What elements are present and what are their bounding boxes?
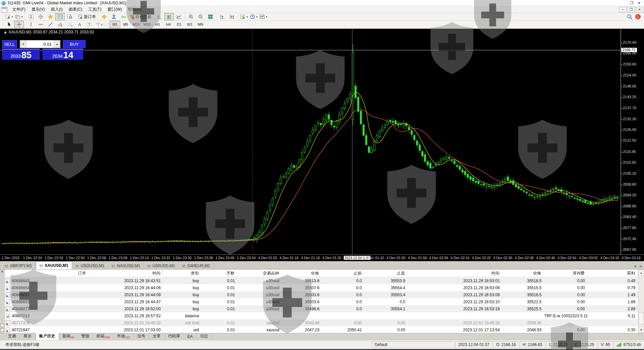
terminal-strip-icon[interactable] xyxy=(0,324,4,327)
timeframe-button[interactable]: M5 xyxy=(120,21,131,28)
table-header-cell[interactable]: 订单 xyxy=(5,271,89,276)
chart-tab[interactable]: D40EUR,M1 xyxy=(179,262,213,269)
strategy-tester-button[interactable] xyxy=(65,13,74,20)
equidistant-channel-tool-button[interactable]: E xyxy=(55,21,65,28)
menu-item[interactable]: 图表(C) xyxy=(66,6,86,13)
autotrading-button[interactable]: 自动交易 xyxy=(128,13,152,20)
table-header-cell[interactable]: 获利 xyxy=(588,271,638,276)
new-order-button[interactable]: 新订单 xyxy=(77,13,97,20)
text-tool-button[interactable]: A xyxy=(74,21,84,28)
minimize-chart-icon[interactable]: ─ xyxy=(619,7,627,12)
market-watch-button[interactable] xyxy=(26,13,36,20)
table-header-cell[interactable]: 止盈 xyxy=(364,271,408,276)
timeframe-button[interactable]: M30 xyxy=(142,21,152,28)
table-row[interactable]: 40717376 2023.12.01 13:45:32 sell limit … xyxy=(5,319,638,326)
table-header-cell[interactable]: 类型 xyxy=(163,271,202,276)
horizontal-line-tool-button[interactable] xyxy=(36,21,45,28)
price-axis[interactable]: 2170.402165.002159.602154.052148.652143.… xyxy=(621,29,644,254)
time-axis[interactable]: 1 Dec 20231 Dec 22:341 Dec 22:421 Dec 22… xyxy=(0,254,644,261)
restore-chart-icon[interactable]: ❐ xyxy=(627,7,635,12)
terminal-tab[interactable]: 新闻 35 xyxy=(59,333,78,340)
tab-scroll-right-icon[interactable]: ▶ xyxy=(638,263,644,269)
chart-tab[interactable]: XAUUSD,M1 xyxy=(36,261,72,269)
table-row[interactable]: 40687013 2023.11.29 16:57:52 balance TRF… xyxy=(5,312,638,319)
chart-tab[interactable]: GBPJPY,M1 xyxy=(1,262,36,269)
table-header-cell[interactable]: 时间 xyxy=(408,271,502,276)
table-header-cell[interactable]: 交易品种 xyxy=(237,271,282,276)
chart-area[interactable]: ▲ XAUUSD,M1 2033.97 2034.21 2033.71 2033… xyxy=(0,28,644,261)
search-icon[interactable] xyxy=(627,14,633,20)
terminal-tab[interactable]: 信号 xyxy=(134,333,149,340)
terminal-tab[interactable]: 邮箱 256 xyxy=(93,333,114,340)
toolbar-grip[interactable] xyxy=(2,22,3,27)
tile-windows-button[interactable] xyxy=(205,13,215,20)
terminal-tab[interactable]: 日志 xyxy=(197,333,212,340)
terminal-tab[interactable]: 市场 122 xyxy=(114,333,134,340)
table-row[interactable]: 40686654 2023.11.29 16:44:06 buy 0.01 u3… xyxy=(5,284,638,291)
timeframe-button[interactable]: M15 xyxy=(131,21,142,28)
table-header-cell[interactable]: 价格 xyxy=(502,271,544,276)
table-header-cell[interactable]: 库存费 xyxy=(544,271,588,276)
profiles-button[interactable]: ▾ xyxy=(14,13,24,20)
trendline-tool-button[interactable] xyxy=(45,21,55,28)
scrollbar-thumb[interactable] xyxy=(639,312,644,324)
sell-button[interactable]: SELL xyxy=(2,40,17,48)
buy-button[interactable]: BUY xyxy=(63,40,86,48)
chart-tab[interactable]: USOUSD,M1 xyxy=(72,262,108,269)
scroll-down-icon[interactable]: ▼ xyxy=(638,327,644,333)
timeframe-button[interactable]: D1 xyxy=(174,21,184,28)
expert-advisors-button[interactable] xyxy=(109,13,119,20)
table-row[interactable]: 40721947 2023.12.01 17:03:00 sell 0.01 x… xyxy=(5,326,638,333)
periods-button[interactable]: ▾ xyxy=(249,13,259,20)
menu-item[interactable]: 窗口(W) xyxy=(105,6,125,13)
toolbar-grip[interactable] xyxy=(107,22,109,27)
tab-scroll-left-icon[interactable]: ◀ xyxy=(632,263,638,269)
menu-item[interactable]: 工具(T) xyxy=(85,6,104,13)
buy-price[interactable]: 2034 14 xyxy=(42,49,83,60)
sell-price[interactable]: 2033 85 xyxy=(2,49,40,60)
signals-button[interactable] xyxy=(119,13,128,20)
scroll-up-icon[interactable]: ▲ xyxy=(638,270,644,276)
terminal-tab[interactable]: 展示 xyxy=(20,333,35,340)
close-window-icon[interactable]: ✕ xyxy=(635,1,643,6)
timeframe-button[interactable]: M1 xyxy=(110,21,120,28)
notification-badge[interactable]: 1 xyxy=(635,14,641,19)
table-row[interactable]: 40686877 2023.11.29 16:52:00 buy 0.01 u3… xyxy=(5,305,638,312)
table-header-cell[interactable]: 止损 xyxy=(322,271,364,276)
timeframe-button[interactable]: H4 xyxy=(163,21,174,28)
terminal-tab[interactable]: 交易 xyxy=(5,333,20,340)
navigator-button[interactable] xyxy=(45,13,55,20)
cursor-tool-button[interactable] xyxy=(4,21,14,28)
metaeditor-button[interactable] xyxy=(99,13,109,20)
table-row[interactable]: 40686643 2023.11.29 16:43:51 buy 0.01 u3… xyxy=(5,277,638,284)
new-chart-button[interactable]: ▾ xyxy=(4,13,14,20)
volume-decrease-icon[interactable]: ▼ xyxy=(20,40,26,48)
terminal-tab[interactable]: 文章 xyxy=(149,333,165,340)
auto-scroll-button[interactable] xyxy=(217,13,227,20)
terminal-tab[interactable]: 账户历史 xyxy=(35,332,59,340)
menu-item[interactable]: 显示(V) xyxy=(28,6,48,13)
chart-tab[interactable]: U30USD,M1 xyxy=(144,262,179,269)
menu-item[interactable]: 文件(F) xyxy=(9,6,28,13)
zoom-in-button[interactable] xyxy=(186,13,196,20)
table-row[interactable]: 40686657 2023.11.29 16:44:09 buy 0.01 u3… xyxy=(5,291,638,298)
zoom-out-button[interactable] xyxy=(196,13,205,20)
volume-increase-icon[interactable]: ▲ xyxy=(54,40,60,48)
terminal-tab[interactable]: 代码库 xyxy=(165,333,184,340)
terminal-button[interactable] xyxy=(55,13,65,20)
candlestick-chart-canvas[interactable] xyxy=(0,29,621,254)
terminal-close-icon[interactable]: ✕ xyxy=(1,270,3,274)
line-chart-button[interactable] xyxy=(174,13,184,20)
terminal-tab[interactable]: EA xyxy=(184,334,197,340)
status-profile[interactable]: Default xyxy=(372,341,455,348)
arrows-tool-button[interactable]: ▾ xyxy=(94,21,104,28)
text-label-tool-button[interactable]: T xyxy=(84,21,94,28)
terminal-strip-icon[interactable] xyxy=(0,328,4,332)
toolbar-grip[interactable] xyxy=(2,14,3,19)
menu-item[interactable]: 帮助(H) xyxy=(125,6,145,13)
candlestick-chart-button[interactable] xyxy=(164,13,174,20)
data-window-button[interactable] xyxy=(36,13,45,20)
menu-item[interactable]: 插入(I) xyxy=(48,6,65,13)
vertical-line-tool-button[interactable] xyxy=(26,21,36,28)
fibonacci-tool-button[interactable]: F xyxy=(65,21,74,28)
